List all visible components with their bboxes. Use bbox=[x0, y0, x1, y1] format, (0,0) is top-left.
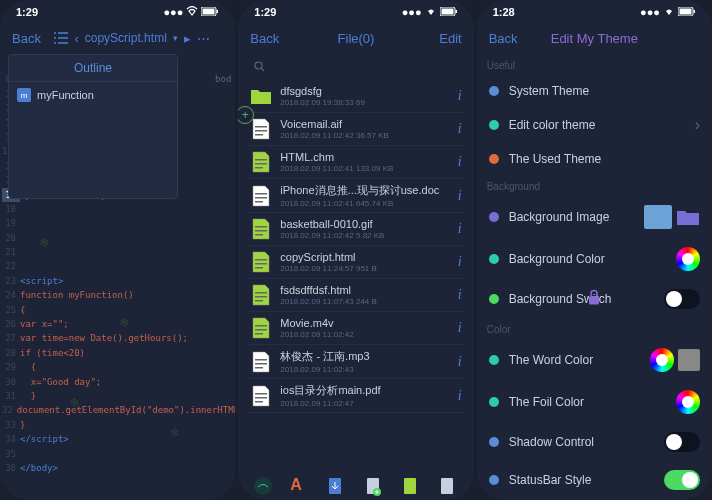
dock-download-icon[interactable] bbox=[327, 476, 347, 496]
file-title[interactable]: copyScript.html bbox=[85, 31, 167, 45]
code-line[interactable]: 21 bbox=[2, 245, 233, 259]
svg-rect-17 bbox=[255, 226, 267, 228]
outline-item[interactable]: m myFunction bbox=[9, 82, 177, 108]
code-line[interactable]: 33} bbox=[2, 418, 233, 432]
info-icon[interactable]: i bbox=[458, 154, 462, 170]
svg-rect-18 bbox=[255, 230, 267, 232]
file-row[interactable]: basketball-0010.gif2018.02.09 11:02:42 5… bbox=[248, 213, 463, 246]
code-line[interactable]: 25{ bbox=[2, 303, 233, 317]
theme-row[interactable]: Background Color bbox=[477, 238, 712, 280]
svg-rect-14 bbox=[255, 193, 267, 195]
status-time: 1:29 bbox=[16, 6, 38, 18]
theme-row[interactable]: System Theme bbox=[477, 75, 712, 107]
image-picker[interactable] bbox=[644, 205, 700, 229]
code-line[interactable]: 24function myFunction() bbox=[2, 288, 233, 302]
color-dot bbox=[489, 397, 499, 407]
theme-label: The Used Theme bbox=[509, 152, 690, 166]
theme-row[interactable]: StatusBar Style bbox=[477, 461, 712, 499]
code-line[interactable]: 31 } bbox=[2, 389, 233, 403]
toggle-switch[interactable] bbox=[664, 432, 700, 452]
color-picker[interactable] bbox=[676, 390, 700, 414]
line-number: 32 bbox=[2, 403, 17, 417]
color-dot bbox=[489, 355, 499, 365]
more-icon[interactable]: ⋯ bbox=[197, 31, 210, 46]
code-line[interactable]: 35 bbox=[2, 447, 233, 461]
info-icon[interactable]: i bbox=[458, 188, 462, 204]
svg-rect-19 bbox=[255, 234, 263, 236]
file-row[interactable]: copyScript.html2018.02.09 11:24:57 951 B… bbox=[248, 246, 463, 279]
code-line[interactable]: 36</body> bbox=[2, 461, 233, 475]
theme-row[interactable]: Background Switch bbox=[477, 280, 712, 318]
search-bar[interactable] bbox=[246, 56, 465, 78]
dock-wifi-icon[interactable] bbox=[253, 476, 273, 496]
code-line[interactable]: 27var time=new Date().getHours(); bbox=[2, 331, 233, 345]
info-icon[interactable]: i bbox=[458, 354, 462, 370]
toggle-switch[interactable] bbox=[664, 470, 700, 490]
code-line[interactable]: 23<script> bbox=[2, 274, 233, 288]
theme-settings[interactable]: UsefulSystem ThemeEdit color theme›The U… bbox=[477, 54, 712, 500]
svg-rect-20 bbox=[255, 259, 267, 261]
code-line[interactable]: 30 x="Good day"; bbox=[2, 375, 233, 389]
file-row[interactable]: iPhone消息推...现与探讨use.doc2018.02.09 11:02:… bbox=[248, 179, 463, 213]
back-button[interactable]: Back bbox=[489, 31, 518, 46]
code-line[interactable]: 20 bbox=[2, 231, 233, 245]
theme-row[interactable]: The Foil Color bbox=[477, 381, 712, 423]
chevron-right-icon[interactable]: › bbox=[695, 116, 700, 134]
file-row[interactable]: Voicemail.aif2018.02.09 11:02:42 36.57 K… bbox=[248, 113, 463, 146]
code-text: var time=new Date().getHours(); bbox=[20, 331, 188, 345]
toggle-switch[interactable] bbox=[664, 289, 700, 309]
line-number: 19 bbox=[2, 216, 20, 230]
theme-row[interactable]: Shadow Control bbox=[477, 423, 712, 461]
file-info: HTML.chm2018.02.09 11:02:41 133.09 KB bbox=[280, 151, 449, 173]
dock-new-icon[interactable] bbox=[365, 476, 385, 496]
back-button[interactable]: Back bbox=[12, 31, 41, 46]
list-icon[interactable] bbox=[54, 31, 68, 45]
dock-page-icon[interactable] bbox=[439, 476, 459, 496]
code-line[interactable]: 26var x=""; bbox=[2, 317, 233, 331]
wifi-icon bbox=[663, 6, 675, 18]
page-title: File(0) bbox=[338, 31, 375, 46]
chevron-left-icon[interactable]: ‹ bbox=[74, 31, 78, 46]
code-line[interactable]: 34</script> bbox=[2, 432, 233, 446]
file-row[interactable]: HTML.chm2018.02.09 11:02:41 133.09 KBi bbox=[248, 146, 463, 179]
info-icon[interactable]: i bbox=[458, 320, 462, 336]
section-header: Useful bbox=[477, 54, 712, 75]
info-icon[interactable]: i bbox=[458, 121, 462, 137]
svg-rect-8 bbox=[255, 126, 267, 128]
theme-row[interactable]: Background Image bbox=[477, 196, 712, 238]
code-line[interactable]: 28if (time<20) bbox=[2, 346, 233, 360]
file-row[interactable]: dfsgdsfg2018.02.09 19:38:33 69i bbox=[248, 80, 463, 113]
dock-font-icon[interactable]: A bbox=[290, 476, 310, 496]
color-picker[interactable] bbox=[650, 348, 700, 372]
color-dot bbox=[489, 212, 499, 222]
nav-bar: Back Edit My Theme bbox=[477, 22, 712, 54]
code-line[interactable]: 18 bbox=[2, 202, 233, 216]
file-name: copyScript.html bbox=[280, 251, 449, 263]
back-button[interactable]: Back bbox=[250, 31, 279, 46]
file-row[interactable]: fsdsdffdsf.html2018.02.09 11:07:43 244 B… bbox=[248, 279, 463, 312]
info-icon[interactable]: i bbox=[458, 287, 462, 303]
file-name: fsdsdffdsf.html bbox=[280, 284, 449, 296]
edit-button[interactable]: Edit bbox=[439, 31, 461, 46]
file-row[interactable]: ios目录分析main.pdf2018.02.09 11:02:47 i bbox=[248, 379, 463, 413]
theme-row[interactable]: The Word Color bbox=[477, 339, 712, 381]
code-line[interactable]: 22 bbox=[2, 259, 233, 273]
info-icon[interactable]: i bbox=[458, 88, 462, 104]
theme-row[interactable]: Edit color theme› bbox=[477, 107, 712, 143]
info-icon[interactable]: i bbox=[458, 221, 462, 237]
theme-row[interactable]: The Used Theme bbox=[477, 143, 712, 175]
file-row[interactable]: 林俊杰 - 江南.mp32018.02.09 11:02:43 i bbox=[248, 345, 463, 379]
code-line[interactable]: 32document.getElementById("demo").innerH… bbox=[2, 403, 233, 417]
chevron-down-icon[interactable]: ▾ bbox=[173, 33, 178, 43]
play-icon[interactable]: ▸ bbox=[184, 31, 191, 46]
code-line[interactable]: 19 bbox=[2, 216, 233, 230]
info-icon[interactable]: i bbox=[458, 254, 462, 270]
dock-file-icon[interactable] bbox=[402, 476, 422, 496]
svg-rect-29 bbox=[255, 359, 267, 361]
code-line[interactable]: 29 { bbox=[2, 360, 233, 374]
file-meta: 2018.02.09 11:02:42 36.57 KB bbox=[280, 131, 449, 140]
info-icon[interactable]: i bbox=[458, 388, 462, 404]
file-row[interactable]: Movie.m4v2018.02.09 11:02:42 i bbox=[248, 312, 463, 345]
color-picker[interactable] bbox=[676, 247, 700, 271]
method-icon: m bbox=[17, 88, 31, 102]
